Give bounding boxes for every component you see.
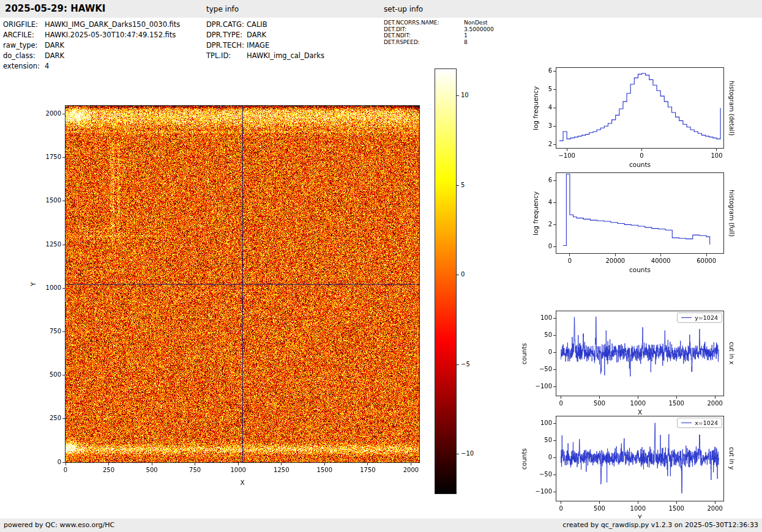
- x-tick-mark: [152, 463, 152, 465]
- footer-right-text: created by qc_rawdisp.py v1.2.3 on 2025-…: [562, 521, 758, 529]
- x-tick-label: 1750: [351, 467, 385, 473]
- colorbar-tick-label: 10: [461, 92, 482, 98]
- y-tick-label: 4: [542, 199, 552, 205]
- y-axis-label: Y: [29, 105, 37, 463]
- meta-value: HAWKI_IMG_DARK_Darks150_0030.fits: [45, 20, 180, 29]
- colorbar-canvas: [435, 69, 456, 493]
- x-tick-mark: [195, 463, 195, 465]
- x-tick-mark: [638, 396, 638, 399]
- x-tick-label: 0: [625, 152, 659, 159]
- y-tick-mark: [553, 423, 556, 424]
- y-tick-label: 6: [542, 67, 552, 74]
- y-tick-label: 2: [542, 221, 552, 227]
- y-tick-label: 3: [542, 122, 552, 129]
- y-tick-label: 6: [542, 177, 552, 183]
- y-tick-label: 0: [40, 459, 61, 465]
- y-tick-mark: [553, 202, 556, 203]
- meta-label: raw_type:: [3, 41, 45, 50]
- colorbar-tick-label: 5: [461, 182, 482, 188]
- hist_detail-canvas: [556, 68, 723, 148]
- y-tick-label: 100: [531, 419, 552, 426]
- y-tick-label: 1750: [40, 153, 61, 160]
- y-tick-mark: [553, 89, 556, 90]
- x-tick-mark: [561, 501, 561, 504]
- setup-info-block: DET.NCORRS.NAME:NonDestDET.DIT:3.5000000…: [384, 20, 494, 45]
- x-tick-label: 2000: [394, 467, 428, 473]
- x-tick-mark: [569, 254, 570, 256]
- x-tick-mark: [108, 463, 109, 465]
- meta-value: IMAGE: [247, 41, 269, 50]
- y-tick-label: −50: [531, 471, 552, 478]
- meta-label: DET.RSPEED:: [384, 39, 464, 45]
- y-tick-label: 1500: [40, 197, 61, 204]
- y-tick-label: 2000: [40, 110, 61, 117]
- x-tick-mark: [367, 463, 368, 465]
- meta-label: DPR.TYPE:: [206, 31, 247, 39]
- x-tick-mark: [660, 254, 661, 256]
- x-tick-label: 40000: [644, 257, 678, 264]
- legend-label: y=1024: [695, 314, 718, 321]
- y-tick-label: 4: [542, 104, 552, 111]
- histogram-full-plot: 02000040000600000246countslog frequencyh…: [556, 172, 724, 254]
- meta-label: DPR.CATG:: [206, 20, 247, 29]
- y-tick-mark: [553, 126, 556, 127]
- x-tick-label: 1000: [621, 400, 655, 407]
- meta-value: 3.5000000: [464, 26, 494, 32]
- y-tick-mark: [553, 475, 556, 475]
- y-tick-mark: [553, 224, 556, 225]
- x-tick-label: 1000: [621, 505, 655, 512]
- x-tick-label: 500: [582, 400, 616, 407]
- cut-in-y-plot: 0500100015002000−100−50050100Ycountscut …: [556, 416, 724, 501]
- x-axis-label: counts: [556, 266, 724, 273]
- meta-label: ARCFILE:: [3, 31, 45, 39]
- colorbar-tick-mark: [457, 95, 459, 96]
- x-tick-label: 1500: [659, 505, 693, 512]
- meta-row: DET.NDIT:1: [384, 32, 494, 39]
- y-tick-mark: [553, 71, 556, 72]
- y-tick-mark: [62, 245, 65, 245]
- y-axis-label: log frequency: [531, 67, 540, 149]
- y-tick-mark: [553, 457, 556, 458]
- page-root: 2025-05-29: HAWKI type info set-up info …: [0, 0, 762, 532]
- x-axis-label: X: [556, 408, 724, 416]
- x-tick-label: 500: [135, 467, 169, 473]
- y-tick-mark: [553, 246, 556, 247]
- meta-row: DET.DIT:3.5000000: [384, 26, 494, 33]
- colorbar-tick-mark: [457, 364, 459, 365]
- meta-label: ORIGFILE:: [3, 20, 45, 29]
- meta-value: 8: [464, 39, 468, 45]
- meta-row: DPR.TECH:IMAGE: [206, 41, 324, 51]
- x-tick-mark: [567, 149, 567, 151]
- x-tick-label: 750: [178, 467, 212, 473]
- file-info-block: ORIGFILE:HAWKI_IMG_DARK_Darks150_0030.fi…: [3, 20, 180, 72]
- x-tick-label: 1500: [659, 400, 693, 407]
- legend: y=1024: [677, 312, 722, 323]
- meta-row: ARCFILE:HAWKI.2025-05-30T10:47:49.152.fi…: [3, 31, 180, 41]
- type-info-heading: type info: [206, 5, 239, 13]
- x-tick-label: 1500: [307, 467, 342, 473]
- x-tick-mark: [641, 149, 642, 151]
- meta-row: raw_type:DARK: [3, 41, 180, 51]
- x-tick-label: −100: [550, 152, 584, 159]
- y-tick-mark: [553, 369, 556, 370]
- x-tick-label: 500: [582, 505, 616, 512]
- x-axis-label: X: [65, 479, 420, 486]
- y-tick-mark: [553, 386, 556, 387]
- y-tick-label: 0: [531, 349, 552, 355]
- y-tick-label: 50: [531, 437, 552, 443]
- y-tick-label: 1250: [40, 241, 61, 248]
- y-tick-mark: [62, 201, 65, 201]
- y-tick-mark: [62, 375, 65, 375]
- legend-label: x=1024: [695, 419, 718, 426]
- dark-frame-image-plot: 0250500750100012501500175020000250500750…: [65, 105, 420, 463]
- cut-in-x-plot: 0500100015002000−100−50050100Xcountscut …: [556, 311, 724, 396]
- meta-row: DET.NCORRS.NAME:NonDest: [384, 20, 494, 26]
- plot-side-title: cut in y: [728, 416, 736, 501]
- meta-label: DET.NDIT:: [384, 32, 464, 39]
- y-tick-label: 50: [531, 331, 552, 338]
- colorbar-tick-mark: [457, 185, 459, 186]
- colorbar-tick-label: −5: [461, 361, 482, 368]
- legend: x=1024: [677, 418, 722, 428]
- footer-bar: powered by QC: www.eso.org/HC created by…: [0, 519, 762, 532]
- y-tick-label: 100: [531, 314, 552, 321]
